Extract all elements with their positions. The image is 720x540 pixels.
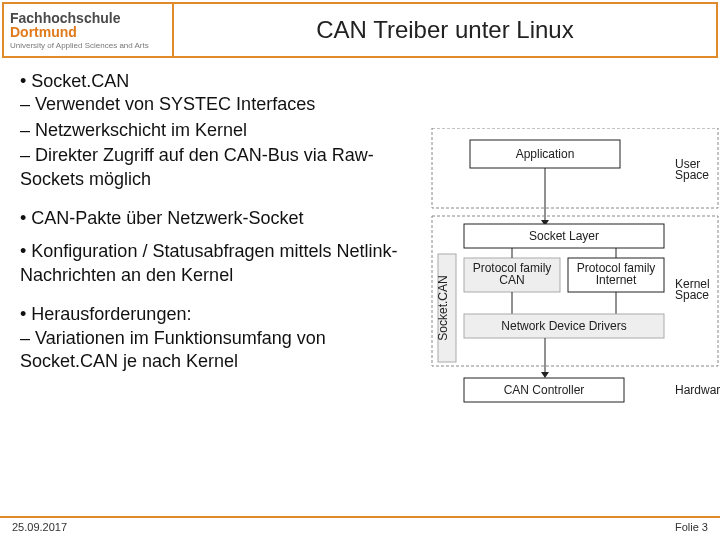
bullet-1: CAN-Pakte über Netzwerk-Socket	[31, 208, 303, 228]
diag-socketcan-label: Socket.CAN	[436, 275, 450, 340]
header: Fachhochschule Dortmund University of Ap…	[2, 2, 718, 58]
logo-subtitle: University of Applied Sciences and Arts	[10, 41, 172, 50]
bullet-0-1: Netzwerkschicht im Kernel	[35, 120, 247, 140]
logo: Fachhochschule Dortmund University of Ap…	[4, 4, 174, 56]
content-area: Socket.CAN Verwendet von SYSTEC Interfac…	[20, 70, 420, 383]
slide-title: CAN Treiber unter Linux	[174, 4, 716, 56]
bullet-3: Herausforderungen:	[31, 304, 191, 324]
logo-text: Fachhochschule Dortmund	[10, 11, 172, 39]
footer: 25.09.2017 Folie 3	[0, 518, 720, 540]
svg-marker-15	[541, 372, 549, 378]
footer-page: Folie 3	[675, 521, 708, 533]
diag-hardware: Hardware	[675, 383, 720, 397]
diagram: Application UserSpace Socket.CAN Socket …	[430, 128, 720, 408]
footer-date: 25.09.2017	[12, 521, 67, 533]
bullet-2: Konfiguration / Statusabfragen mittels N…	[20, 241, 398, 284]
diag-user-space: UserSpace	[675, 157, 709, 182]
bullet-3-0: Variationen im Funktionsumfang von Socke…	[20, 328, 326, 371]
diag-application: Application	[516, 147, 575, 161]
bullet-0-2: Direkter Zugriff auf den CAN-Bus via Raw…	[20, 145, 374, 188]
logo-line1b: Dortmund	[10, 24, 77, 40]
bullet-0: Socket.CAN	[31, 71, 129, 91]
diag-netdev: Network Device Drivers	[501, 319, 626, 333]
diag-socket-layer: Socket Layer	[529, 229, 599, 243]
diag-kernel-space: KernelSpace	[675, 277, 710, 302]
bullet-0-0: Verwendet von SYSTEC Interfaces	[35, 94, 315, 114]
diag-can-controller: CAN Controller	[504, 383, 585, 397]
